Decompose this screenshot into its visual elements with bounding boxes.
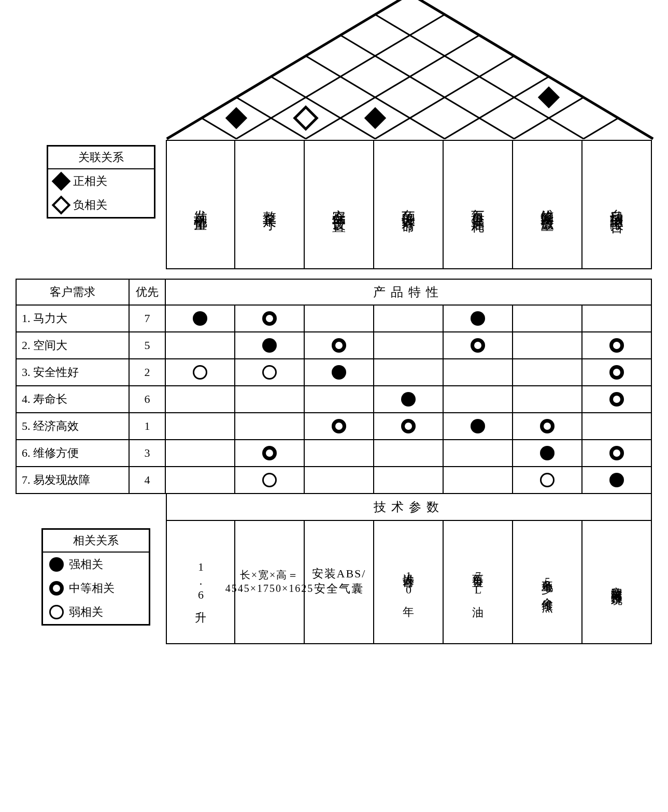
hoq-diagram: 关联关系 正相关 负相关 发动机排量 整车尺寸 安全保护设置 车的设计寿命 每百…	[16, 16, 652, 796]
col-4: 每百公里油耗	[444, 140, 513, 269]
svg-line-12	[584, 118, 618, 139]
diamond-solid-icon	[538, 86, 560, 108]
matrix-cell	[235, 386, 305, 413]
circle-medium-icon	[332, 338, 346, 353]
circle-strong-icon	[49, 557, 64, 572]
matrix-cell	[513, 413, 582, 440]
matrix-cell	[235, 413, 305, 440]
matrix-cell	[582, 359, 652, 386]
needs-header: 客户需求	[16, 279, 130, 306]
tech-5: 各地至少5个维修点	[513, 520, 582, 644]
svg-line-8	[445, 77, 549, 139]
matrix-cell	[305, 413, 374, 440]
need-priority: 5	[130, 332, 166, 359]
matrix-cell	[444, 440, 513, 467]
col-5: 维修网点数量	[513, 140, 582, 269]
matrix-cell	[166, 413, 235, 440]
product-section-title: 产品特性	[166, 279, 652, 306]
matrix-cell	[582, 467, 652, 494]
need-label: 6. 维修方便	[16, 440, 130, 467]
matrix-cell	[582, 306, 652, 332]
circle-medium-icon	[609, 365, 624, 380]
need-row: 7. 易发现故障4	[16, 467, 166, 494]
matrix-cell	[582, 413, 652, 440]
need-label: 5. 经济高效	[16, 413, 130, 440]
tech-3: 设计寿命10年	[374, 520, 444, 644]
need-row: 6. 维修方便3	[16, 440, 166, 467]
circle-strong-icon	[540, 446, 555, 460]
matrix-cell	[166, 440, 235, 467]
tech-2: 安装ABS/安全气囊	[305, 520, 374, 644]
matrix-cell	[374, 386, 444, 413]
circle-medium-icon	[401, 419, 416, 433]
matrix-grid: 产品特性	[166, 279, 652, 494]
legend-weak: 弱相关	[43, 600, 149, 624]
need-priority: 4	[130, 467, 166, 494]
circle-strong-icon	[609, 473, 624, 487]
circle-weak-icon	[262, 365, 277, 380]
svg-line-4	[306, 35, 479, 139]
legend-association: 关联关系 正相关 负相关	[47, 145, 155, 219]
need-label: 7. 易发现故障	[16, 467, 130, 494]
matrix-cell	[166, 332, 235, 359]
matrix-cell	[305, 440, 374, 467]
matrix-row	[166, 467, 652, 494]
legend-negative-label: 负相关	[73, 197, 107, 213]
matrix-cell	[235, 359, 305, 386]
legend-negative: 负相关	[48, 193, 154, 217]
product-characteristic-headers: 发动机排量 整车尺寸 安全保护设置 车的设计寿命 每百公里油耗 维修网点数量 自…	[166, 140, 652, 269]
circle-strong-icon	[471, 419, 485, 433]
need-label: 1. 马力大	[16, 306, 130, 332]
circle-weak-icon	[540, 473, 555, 487]
matrix-cell	[305, 359, 374, 386]
matrix-cell	[374, 306, 444, 332]
legend-positive-label: 正相关	[73, 173, 107, 189]
matrix-cell	[444, 332, 513, 359]
need-row: 5. 经济高效1	[16, 413, 166, 440]
circle-medium-icon	[262, 446, 277, 460]
need-priority: 6	[130, 386, 166, 413]
matrix-cell	[305, 306, 374, 332]
matrix-cell	[444, 413, 513, 440]
svg-line-17	[410, 0, 653, 139]
matrix-cell	[374, 332, 444, 359]
circle-strong-icon	[262, 338, 277, 353]
circle-strong-icon	[332, 365, 346, 380]
tech-6: 安装故障报告系统	[582, 520, 652, 644]
need-priority: 1	[130, 413, 166, 440]
need-label: 2. 空间大	[16, 332, 130, 359]
svg-line-11	[340, 35, 514, 139]
circle-strong-icon	[401, 392, 416, 407]
matrix-cell	[305, 467, 374, 494]
matrix-row	[166, 332, 652, 359]
col-1: 整车尺寸	[235, 140, 305, 269]
matrix-cell	[582, 332, 652, 359]
matrix-cell	[374, 467, 444, 494]
circle-medium-icon	[609, 392, 624, 407]
legend-strong-label: 强相关	[69, 557, 103, 572]
col-3: 车的设计寿命	[374, 140, 444, 269]
legend-medium-label: 中等相关	[69, 581, 115, 596]
matrix-row	[166, 306, 652, 332]
matrix-cell	[235, 332, 305, 359]
matrix-cell	[374, 413, 444, 440]
circle-medium-icon	[262, 311, 277, 326]
need-label: 4. 寿命长	[16, 386, 130, 413]
matrix-cell	[374, 359, 444, 386]
matrix-cell	[166, 386, 235, 413]
diamond-solid-icon	[225, 107, 247, 129]
need-row: 2. 空间大5	[16, 332, 166, 359]
tech-params-row: 1.6升 长×宽×高＝4545×1750×1625 安装ABS/安全气囊 设计寿…	[166, 520, 652, 644]
matrix-cell	[166, 306, 235, 332]
legend-weak-label: 弱相关	[69, 604, 103, 620]
matrix-cell	[235, 467, 305, 494]
need-label: 3. 安全性好	[16, 359, 130, 386]
legend-medium: 中等相关	[43, 576, 149, 600]
relationship-matrix: 客户需求 优先 1. 马力大72. 空间大53. 安全性好24. 寿命长65. …	[16, 279, 652, 494]
matrix-cell	[305, 386, 374, 413]
matrix-cell	[444, 467, 513, 494]
circle-weak-icon	[49, 605, 64, 619]
legend-positive: 正相关	[48, 169, 154, 193]
matrix-cell	[444, 386, 513, 413]
matrix-cell	[513, 386, 582, 413]
